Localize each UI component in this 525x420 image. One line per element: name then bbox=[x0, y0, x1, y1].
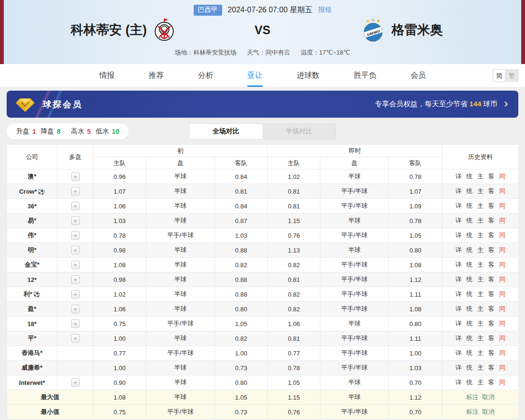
expand-odds-button[interactable]: + bbox=[71, 202, 80, 210]
link-same[interactable]: 同 bbox=[499, 202, 506, 209]
link-stats[interactable]: 统 bbox=[467, 290, 473, 298]
link-away[interactable]: 客 bbox=[488, 379, 495, 386]
link-same[interactable]: 同 bbox=[499, 305, 506, 312]
vip-banner[interactable]: 球探会员 专享会员权益，每天至少节省 144 球币 › bbox=[7, 91, 518, 118]
vip-promo[interactable]: 专享会员权益，每天至少节省 144 球币 › bbox=[375, 99, 508, 109]
expand-odds-button[interactable]: + bbox=[71, 319, 80, 328]
link-detail[interactable]: 详 bbox=[456, 232, 462, 239]
link-detail[interactable]: 详 bbox=[456, 290, 462, 298]
link-same[interactable]: 同 bbox=[499, 173, 506, 180]
link-detail[interactable]: 详 bbox=[456, 320, 462, 327]
link-stats[interactable]: 统 bbox=[467, 232, 473, 239]
lang-traditional-button[interactable]: 繁 bbox=[506, 69, 518, 82]
link-away[interactable]: 客 bbox=[488, 320, 495, 327]
link-home[interactable]: 主 bbox=[478, 187, 484, 195]
link-detail[interactable]: 详 bbox=[456, 261, 462, 268]
link-away[interactable]: 客 bbox=[488, 335, 495, 342]
link-same[interactable]: 同 bbox=[499, 349, 506, 356]
link-away[interactable]: 客 bbox=[488, 187, 495, 195]
link-stats[interactable]: 统 bbox=[467, 217, 473, 224]
link-away[interactable]: 客 bbox=[488, 364, 495, 371]
link-stats[interactable]: 统 bbox=[467, 202, 473, 209]
expand-odds-button[interactable]: + bbox=[71, 378, 80, 387]
expand-odds-button[interactable]: + bbox=[71, 172, 80, 181]
link-detail[interactable]: 详 bbox=[456, 364, 462, 371]
link-away[interactable]: 客 bbox=[488, 290, 495, 298]
link-home[interactable]: 主 bbox=[478, 217, 484, 224]
link-same[interactable]: 同 bbox=[499, 379, 506, 386]
nav-tab-member[interactable]: 会员 bbox=[411, 64, 426, 87]
link-away[interactable]: 客 bbox=[488, 217, 495, 224]
link-same[interactable]: 同 bbox=[499, 335, 506, 342]
link-detail[interactable]: 详 bbox=[456, 173, 462, 180]
expand-odds-button[interactable]: + bbox=[71, 334, 80, 343]
nav-tab-goals[interactable]: 进球数 bbox=[297, 64, 319, 87]
link-same[interactable]: 同 bbox=[499, 187, 506, 195]
link-away[interactable]: 客 bbox=[488, 305, 495, 312]
link-stats[interactable]: 统 bbox=[467, 276, 473, 283]
link-detail[interactable]: 详 bbox=[456, 217, 462, 224]
link-stats[interactable]: 统 bbox=[467, 364, 473, 371]
link-detail[interactable]: 详 bbox=[456, 349, 462, 356]
link-stats[interactable]: 统 bbox=[467, 187, 473, 195]
link-stats[interactable]: 统 bbox=[467, 320, 473, 327]
link-home[interactable]: 主 bbox=[478, 320, 484, 327]
expand-odds-button[interactable]: + bbox=[71, 231, 80, 240]
link-stats[interactable]: 统 bbox=[467, 349, 473, 356]
link-away[interactable]: 客 bbox=[488, 276, 495, 283]
expand-odds-button[interactable]: + bbox=[71, 275, 80, 284]
link-detail[interactable]: 详 bbox=[456, 276, 462, 283]
nav-tab-asian-handicap[interactable]: 亚让 bbox=[247, 64, 262, 87]
link-home[interactable]: 主 bbox=[478, 349, 484, 356]
link-home[interactable]: 主 bbox=[478, 246, 484, 253]
nav-tab-intel[interactable]: 情报 bbox=[99, 64, 114, 87]
link-same[interactable]: 同 bbox=[499, 320, 506, 327]
report-error-link[interactable]: 报错 bbox=[318, 6, 331, 14]
nav-tab-recommend[interactable]: 推荐 bbox=[149, 64, 164, 87]
link-home[interactable]: 主 bbox=[478, 379, 484, 386]
expand-odds-button[interactable]: + bbox=[71, 246, 80, 254]
expand-odds-button[interactable]: + bbox=[71, 216, 80, 225]
link-home[interactable]: 主 bbox=[478, 276, 484, 283]
link-home[interactable]: 主 bbox=[478, 335, 484, 342]
link-away[interactable]: 客 bbox=[488, 246, 495, 253]
link-mark[interactable]: 标注 bbox=[466, 408, 478, 415]
link-detail[interactable]: 详 bbox=[456, 246, 462, 253]
link-stats[interactable]: 统 bbox=[467, 335, 473, 342]
link-away[interactable]: 客 bbox=[488, 232, 495, 239]
link-home[interactable]: 主 bbox=[478, 364, 484, 371]
lang-simplified-button[interactable]: 简 bbox=[493, 69, 506, 82]
expand-odds-button[interactable]: + bbox=[71, 290, 80, 299]
expand-odds-button[interactable]: + bbox=[71, 305, 80, 313]
link-same[interactable]: 同 bbox=[499, 217, 506, 224]
link-stats[interactable]: 统 bbox=[467, 261, 473, 268]
link-stats[interactable]: 统 bbox=[467, 305, 473, 312]
link-home[interactable]: 主 bbox=[478, 173, 484, 180]
nav-tab-analysis[interactable]: 分析 bbox=[198, 64, 213, 87]
link-home[interactable]: 主 bbox=[478, 202, 484, 209]
link-same[interactable]: 同 bbox=[499, 246, 506, 253]
link-cancel[interactable]: 取消 bbox=[482, 393, 495, 401]
link-detail[interactable]: 详 bbox=[456, 379, 462, 386]
nav-tab-win-draw-lose[interactable]: 胜平负 bbox=[354, 64, 376, 87]
link-same[interactable]: 同 bbox=[499, 276, 506, 283]
expand-odds-button[interactable]: + bbox=[71, 187, 80, 196]
link-detail[interactable]: 详 bbox=[456, 335, 462, 342]
link-cancel[interactable]: 取消 bbox=[482, 408, 495, 415]
link-same[interactable]: 同 bbox=[499, 232, 506, 239]
link-home[interactable]: 主 bbox=[478, 261, 484, 268]
link-detail[interactable]: 详 bbox=[456, 187, 462, 195]
link-same[interactable]: 同 bbox=[499, 290, 506, 298]
compare-tab-half-match[interactable]: 半场对比 bbox=[262, 124, 336, 139]
link-detail[interactable]: 详 bbox=[456, 202, 462, 209]
link-away[interactable]: 客 bbox=[488, 261, 495, 268]
link-stats[interactable]: 统 bbox=[467, 246, 473, 253]
link-detail[interactable]: 详 bbox=[456, 305, 462, 312]
link-home[interactable]: 主 bbox=[478, 232, 484, 239]
expand-odds-button[interactable]: + bbox=[71, 261, 80, 269]
compare-tab-full-match[interactable]: 全场对比 bbox=[189, 124, 262, 139]
link-stats[interactable]: 统 bbox=[467, 379, 473, 386]
link-away[interactable]: 客 bbox=[488, 349, 495, 356]
link-home[interactable]: 主 bbox=[478, 290, 484, 298]
link-away[interactable]: 客 bbox=[488, 173, 495, 180]
